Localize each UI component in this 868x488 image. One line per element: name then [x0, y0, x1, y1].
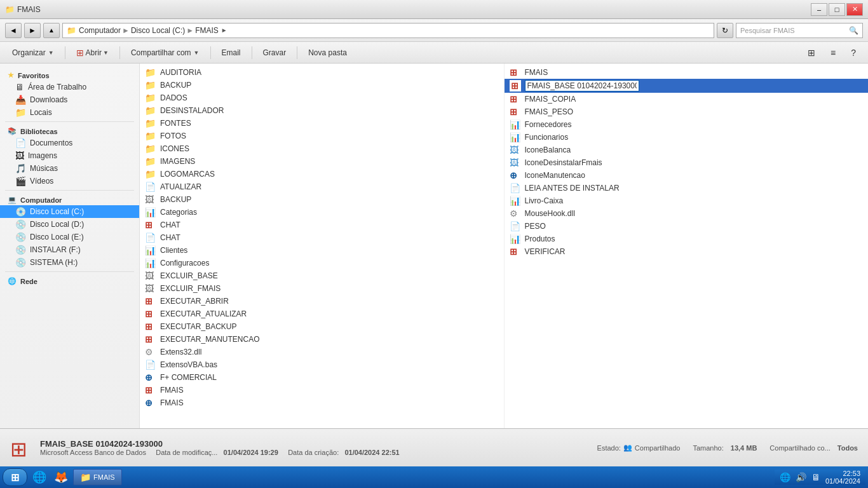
sidebar-item-instalar-f[interactable]: 💿 INSTALAR (F:): [0, 243, 139, 256]
up-button[interactable]: ▲: [43, 23, 60, 38]
list-item[interactable]: ⊕ FMAIS: [140, 396, 504, 409]
view-icons-button[interactable]: ⊞: [801, 44, 822, 61]
folder-icon: 📁: [145, 131, 156, 141]
compartilhar-dropdown-arrow: ▼: [194, 50, 200, 56]
refresh-button[interactable]: ↻: [717, 23, 733, 38]
filename-edit-input[interactable]: [525, 80, 639, 92]
list-item[interactable]: ⊞ FMAIS: [140, 384, 504, 396]
video-icon: 🎬: [15, 176, 26, 186]
sidebar-item-disco-e[interactable]: 💿 Disco Local (E:): [0, 231, 139, 243]
text-icon: 📄: [145, 233, 156, 243]
list-item[interactable]: 📊 Funcionarios: [505, 131, 869, 144]
list-item[interactable]: ⊕ F+ COMERCIAL: [140, 371, 504, 384]
help-button[interactable]: ?: [844, 44, 863, 61]
list-item[interactable]: 📄 PESO: [505, 220, 869, 233]
toolbar-separator-1: [65, 46, 65, 59]
list-item-chat-text[interactable]: 📄 CHAT: [140, 231, 504, 244]
text-icon: 📄: [145, 360, 156, 370]
list-item[interactable]: 📄 ATUALIZAR: [140, 180, 504, 193]
gravar-label: Gravar: [263, 48, 287, 57]
search-box[interactable]: Pesquisar FMAIS 🔍: [736, 23, 863, 38]
list-item[interactable]: 📄 LEIA ANTES DE INSTALAR: [505, 182, 869, 194]
excel-icon: 📊: [145, 245, 156, 255]
list-item[interactable]: 📁 AUDITORIA: [140, 66, 504, 79]
organize-button[interactable]: Organizar ▼: [5, 44, 61, 61]
email-button[interactable]: Email: [215, 44, 248, 61]
sidebar-item-locais[interactable]: 📁 Locais: [0, 106, 139, 119]
maximize-button[interactable]: □: [829, 3, 845, 16]
list-item[interactable]: 📁 DESINSTALADOR: [140, 104, 504, 117]
excel-icon: 📊: [510, 234, 521, 244]
list-item[interactable]: 📄 ExtensoVBA.bas: [140, 358, 504, 371]
list-item[interactable]: 📊 Livro-Caixa: [505, 194, 869, 207]
list-item[interactable]: ⊞ FMAIS_COPIA: [505, 93, 869, 105]
start-button[interactable]: ⊞: [3, 468, 27, 486]
list-item[interactable]: 📁 DADOS: [140, 92, 504, 104]
status-type: Microsoft Access Banco de Dados Data de …: [40, 449, 585, 456]
list-item[interactable]: 🖼 EXCLUIR_BASE: [140, 269, 504, 282]
taskbar-firefox-button[interactable]: 🦊: [51, 469, 71, 485]
abrir-button[interactable]: ⊞ Abrir ▼: [69, 44, 116, 61]
gravar-button[interactable]: Gravar: [256, 44, 294, 61]
list-item[interactable]: 🖼 EXCLUIR_FMAIS: [140, 282, 504, 295]
list-item[interactable]: 🖼 IconeDesinstalarFmais: [505, 156, 869, 169]
list-item[interactable]: ⊞ EXECUTAR_BACKUP: [140, 320, 504, 333]
list-item[interactable]: ⊞ FMAIS_PESO: [505, 105, 869, 118]
list-item[interactable]: 📊 Fornecedores: [505, 118, 869, 131]
folder-icon: 📁: [145, 80, 156, 90]
access-icon: ⊞: [145, 296, 156, 306]
taskbar-ie-button[interactable]: 🌐: [30, 469, 49, 485]
list-item[interactable]: 📁 FOTOS: [140, 130, 504, 142]
list-item[interactable]: 📁 IMAGENS: [140, 155, 504, 168]
list-item[interactable]: 📁 FONTES: [140, 117, 504, 130]
forward-button[interactable]: ►: [24, 23, 41, 38]
list-item[interactable]: ⊞ EXECUTAR_ATUALIZAR: [140, 308, 504, 320]
list-item[interactable]: 📁 LOGOMARCAS: [140, 168, 504, 180]
sidebar-item-sistema-h[interactable]: 💿 SISTEMA (H:): [0, 256, 139, 269]
sidebar-item-imagens[interactable]: 🖼 Imagens: [0, 149, 139, 162]
list-item[interactable]: ⊞ VERIFICAR: [505, 245, 869, 258]
list-item[interactable]: 📁 BACKUP: [140, 79, 504, 92]
list-item-chat-access[interactable]: ⊞ CHAT: [140, 219, 504, 231]
taskbar-clock[interactable]: 22:53 01/04/2024: [825, 470, 860, 485]
list-item[interactable]: ⊕ IconeManutencao: [505, 169, 869, 182]
computador-section: 💻 Computador 💿 Disco Local (C:) 💿 Disco …: [0, 193, 139, 269]
excel-icon: 📊: [145, 258, 156, 268]
taskbar-fmais-button[interactable]: 📁 FMAIS: [73, 469, 122, 485]
sidebar-item-area-trabalho[interactable]: 🖥 Área de Trabalho: [0, 81, 139, 93]
path-home-icon: 📁: [67, 26, 76, 35]
folder-icon: 📁: [145, 105, 156, 116]
star-icon: ★: [8, 71, 14, 79]
list-item[interactable]: 🖼 IconeBalanca: [505, 144, 869, 156]
folder-icon: 📁: [145, 67, 156, 78]
status-info: FMAIS_BASE 01042024-193000 Microsoft Acc…: [40, 439, 585, 456]
list-item[interactable]: 📁 ICONES: [140, 142, 504, 155]
list-item[interactable]: 📊 Produtos: [505, 233, 869, 245]
fplus-icon: ⊕: [145, 398, 156, 408]
list-item[interactable]: ⊞ EXECUTAR_ABRIR: [140, 295, 504, 308]
list-item[interactable]: ⚙ MouseHook.dll: [505, 207, 869, 220]
list-item[interactable]: 🖼 BACKUP: [140, 193, 504, 206]
nova-pasta-label: Nova pasta: [308, 48, 347, 57]
sidebar-item-disco-c[interactable]: 💿 Disco Local (C:): [0, 205, 139, 218]
address-path[interactable]: 📁 Computador ► Disco Local (C:) ► FMAIS …: [62, 23, 714, 38]
list-item[interactable]: 📊 Configuracoes: [140, 257, 504, 269]
sidebar-item-downloads[interactable]: 📥 Downloads: [0, 93, 139, 106]
list-item[interactable]: 📊 Categorias: [140, 206, 504, 219]
nova-pasta-button[interactable]: Nova pasta: [301, 44, 354, 61]
list-item[interactable]: 📊 Clientes: [140, 244, 504, 257]
view-list-button[interactable]: ≡: [824, 44, 843, 61]
sidebar-item-videos[interactable]: 🎬 Vídeos: [0, 175, 139, 187]
close-button[interactable]: ✕: [846, 3, 863, 16]
list-item[interactable]: ⚙ Extens32.dll: [140, 346, 504, 358]
list-item-fmais-base[interactable]: ⊞: [505, 79, 869, 93]
list-item[interactable]: ⊞ EXECUTAR_MANUTENCAO: [140, 333, 504, 346]
back-button[interactable]: ◄: [5, 23, 22, 38]
sidebar-item-musicas[interactable]: 🎵 Músicas: [0, 162, 139, 175]
list-item[interactable]: ⊞ FMAIS: [505, 66, 869, 79]
minimize-button[interactable]: –: [811, 3, 827, 16]
sidebar-item-disco-d[interactable]: 💿 Disco Local (D:): [0, 218, 139, 231]
sidebar-item-documentos[interactable]: 📄 Documentos: [0, 137, 139, 149]
file-column-right: ⊞ FMAIS ⊞ ⊞ FMAIS_COPIA ⊞ FMAIS_PESO 📊 F…: [505, 64, 869, 428]
compartilhar-button[interactable]: Compartilhar com ▼: [124, 44, 207, 61]
